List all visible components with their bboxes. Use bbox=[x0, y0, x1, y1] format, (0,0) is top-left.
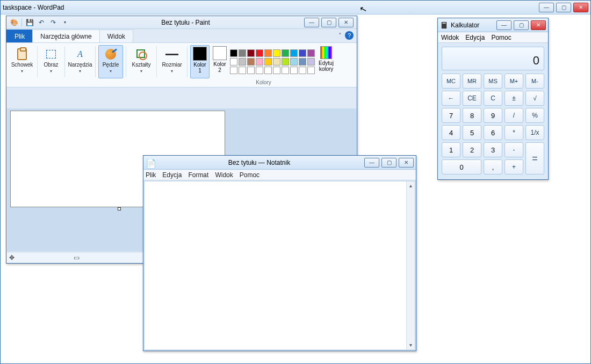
color-swatch[interactable] bbox=[299, 49, 306, 57]
wordpad-close-button[interactable]: ✕ bbox=[573, 3, 588, 12]
brushes-button[interactable]: Pędzle ▾ bbox=[98, 45, 123, 78]
scroll-down-icon[interactable]: ▾ bbox=[407, 341, 415, 350]
color-swatch[interactable] bbox=[273, 49, 280, 57]
notepad-menu-help[interactable]: Pomoc bbox=[240, 171, 260, 179]
calc-key-ce[interactable]: CE bbox=[463, 91, 481, 106]
image-select-button[interactable]: Obraz ▾ bbox=[40, 45, 62, 78]
undo-icon[interactable]: ↶ bbox=[37, 18, 46, 27]
canvas-resize-handle[interactable] bbox=[118, 207, 121, 210]
color-swatch[interactable] bbox=[290, 58, 298, 65]
color-swatch[interactable] bbox=[299, 67, 306, 74]
calculator-maximize-button[interactable]: ▢ bbox=[514, 20, 529, 30]
calc-key-1[interactable]: 1 bbox=[442, 142, 460, 157]
color-swatch[interactable] bbox=[247, 67, 255, 74]
edit-colors-button[interactable]: Edytuj kolory bbox=[315, 45, 337, 78]
color-swatch[interactable] bbox=[264, 67, 272, 74]
color-swatch[interactable] bbox=[290, 49, 298, 57]
calc-key-mc[interactable]: MC bbox=[442, 74, 460, 89]
notepad-titlebar[interactable]: 📄 Bez tytułu — Notatnik — ▢ ✕ bbox=[143, 156, 416, 170]
shapes-button[interactable]: Kształty ▾ bbox=[129, 45, 154, 78]
calc-key-7[interactable]: 7 bbox=[442, 108, 460, 123]
color1-button[interactable]: Kolor 1 bbox=[190, 45, 210, 78]
calc-key-add[interactable]: + bbox=[504, 159, 523, 174]
calc-key-6[interactable]: 6 bbox=[484, 125, 502, 140]
notepad-menu-edit[interactable]: Edycja bbox=[162, 171, 182, 179]
calc-key-ms[interactable]: MS bbox=[484, 74, 502, 89]
calc-key-backspace[interactable]: ← bbox=[442, 91, 460, 106]
paint-app-icon[interactable]: 🎨 bbox=[10, 18, 18, 27]
calculator-menu-help[interactable]: Pomoc bbox=[491, 34, 511, 41]
color-swatch[interactable] bbox=[239, 58, 246, 65]
notepad-close-button[interactable]: ✕ bbox=[399, 158, 414, 168]
color-swatch[interactable] bbox=[247, 58, 255, 65]
color-swatch[interactable] bbox=[307, 58, 315, 65]
calculator-minimize-button[interactable]: — bbox=[496, 20, 511, 30]
clipboard-button[interactable]: Schowek ▾ bbox=[10, 45, 34, 78]
scroll-up-icon[interactable]: ▴ bbox=[407, 181, 415, 190]
color2-button[interactable]: Kolor 2 bbox=[210, 45, 229, 78]
calc-key-0[interactable]: 0 bbox=[442, 159, 481, 174]
color-swatch[interactable] bbox=[299, 58, 306, 65]
color-swatch[interactable] bbox=[230, 58, 237, 65]
color-swatch[interactable] bbox=[273, 67, 280, 74]
paint-tab-home[interactable]: Narzędzia główne bbox=[32, 30, 99, 42]
color-swatch[interactable] bbox=[239, 49, 246, 57]
color-swatch[interactable] bbox=[256, 49, 263, 57]
color-swatch[interactable] bbox=[307, 67, 315, 74]
calculator-titlebar[interactable]: 🖩 Kalkulator — ▢ ✕ bbox=[438, 18, 548, 32]
notepad-text-area[interactable]: ▴ ▾ bbox=[144, 181, 415, 350]
ribbon-collapse-icon[interactable]: ˄ bbox=[338, 32, 342, 39]
calc-key-plusminus[interactable]: ± bbox=[504, 91, 523, 106]
qat-dropdown-icon[interactable]: ▾ bbox=[61, 18, 69, 27]
color-swatch[interactable] bbox=[230, 49, 237, 57]
notepad-minimize-button[interactable]: — bbox=[364, 158, 379, 168]
calc-key-mplus[interactable]: M+ bbox=[504, 74, 523, 89]
calc-key-5[interactable]: 5 bbox=[463, 125, 481, 140]
calculator-menu-view[interactable]: Widok bbox=[441, 34, 459, 41]
color-swatch[interactable] bbox=[282, 58, 289, 65]
size-button[interactable]: Rozmiar ▾ bbox=[160, 45, 184, 78]
calc-key-multiply[interactable]: * bbox=[504, 125, 523, 140]
color-swatch[interactable] bbox=[256, 67, 263, 74]
color-swatch[interactable] bbox=[264, 58, 272, 65]
color-swatch[interactable] bbox=[264, 49, 272, 57]
calc-key-8[interactable]: 8 bbox=[463, 108, 481, 123]
notepad-menu-file[interactable]: Plik bbox=[146, 171, 156, 179]
calculator-menu-edit[interactable]: Edycja bbox=[465, 34, 485, 41]
color-swatch[interactable] bbox=[273, 58, 280, 65]
paint-tab-view[interactable]: Widok bbox=[99, 30, 133, 42]
calc-key-percent[interactable]: % bbox=[525, 108, 544, 123]
calc-key-9[interactable]: 9 bbox=[484, 108, 502, 123]
notepad-menu-format[interactable]: Format bbox=[188, 171, 208, 179]
notepad-menu-view[interactable]: Widok bbox=[215, 171, 233, 179]
wordpad-minimize-button[interactable]: — bbox=[539, 3, 554, 12]
save-icon[interactable]: 💾 bbox=[25, 18, 34, 27]
notepad-maximize-button[interactable]: ▢ bbox=[381, 158, 397, 168]
color-swatch[interactable] bbox=[239, 67, 246, 74]
calc-key-c[interactable]: C bbox=[484, 91, 502, 106]
notepad-vertical-scrollbar[interactable]: ▴ ▾ bbox=[406, 181, 415, 350]
paint-tab-file[interactable]: Plik bbox=[6, 30, 33, 42]
calc-key-mminus[interactable]: M- bbox=[525, 74, 544, 89]
calc-key-sqrt[interactable]: √ bbox=[525, 91, 544, 106]
color-swatch[interactable] bbox=[247, 49, 255, 57]
tools-button[interactable]: A Narzędzia ▾ bbox=[68, 45, 92, 78]
calc-key-2[interactable]: 2 bbox=[463, 142, 481, 157]
calc-key-3[interactable]: 3 bbox=[484, 142, 502, 157]
redo-icon[interactable]: ↷ bbox=[49, 18, 57, 27]
color-swatch[interactable] bbox=[290, 67, 298, 74]
color-swatch[interactable] bbox=[307, 49, 315, 57]
calc-key-mr[interactable]: MR bbox=[463, 74, 481, 89]
wordpad-titlebar[interactable]: taskspace - WordPad — ▢ ✕ bbox=[1, 1, 590, 14]
paint-maximize-button[interactable]: ▢ bbox=[321, 18, 336, 27]
calc-key-decimal[interactable]: , bbox=[484, 159, 502, 174]
paint-close-button[interactable]: ✕ bbox=[338, 18, 354, 27]
calculator-close-button[interactable]: ✕ bbox=[531, 20, 546, 30]
wordpad-maximize-button[interactable]: ▢ bbox=[556, 3, 571, 12]
calc-key-divide[interactable]: / bbox=[504, 108, 523, 123]
color-swatch[interactable] bbox=[230, 67, 237, 74]
calc-key-subtract[interactable]: - bbox=[504, 142, 523, 157]
color-swatch[interactable] bbox=[282, 67, 289, 74]
calc-key-4[interactable]: 4 bbox=[442, 125, 460, 140]
calc-key-equals[interactable]: = bbox=[525, 142, 544, 174]
